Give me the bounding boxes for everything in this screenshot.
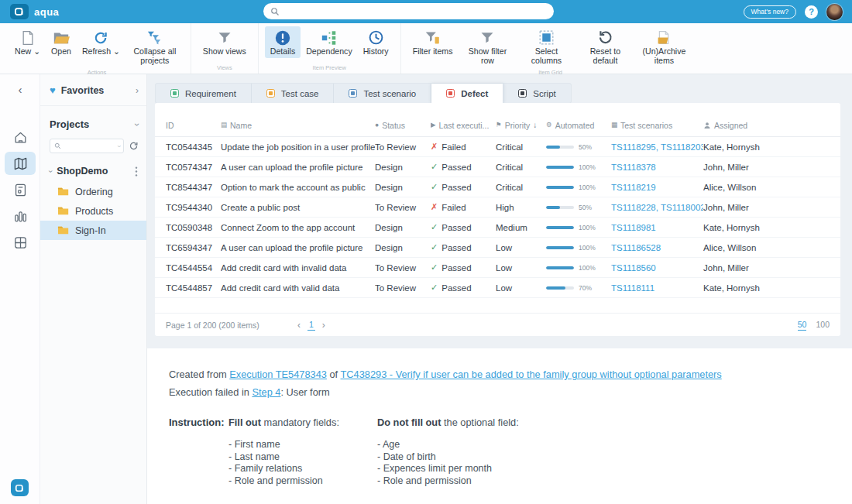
projects-label: Projects bbox=[50, 118, 136, 130]
column-header-id[interactable]: ID bbox=[166, 121, 221, 130]
execution-link[interactable]: Execution TE5478343 bbox=[229, 369, 327, 380]
test-scenarios-link[interactable]: TS11186528 bbox=[611, 243, 703, 252]
table-row[interactable]: TC4544554Add credit card with invalid da… bbox=[155, 258, 840, 278]
passed-icon: ✓ bbox=[431, 162, 438, 172]
sidebar-folder-products[interactable]: Products bbox=[40, 201, 146, 221]
table-row[interactable]: TC4544857Add credit card with valid data… bbox=[155, 278, 840, 298]
toolbar-button-filter-items[interactable]: Filter items bbox=[407, 26, 459, 58]
test-scenarios-link[interactable]: TS1118228, TS1118002 bbox=[611, 203, 703, 212]
flag-icon: ⚑ bbox=[496, 122, 502, 129]
avatar[interactable] bbox=[826, 4, 843, 20]
toolbar-button-details[interactable]: Details bbox=[265, 26, 301, 58]
rail-item-report[interactable] bbox=[5, 178, 36, 201]
column-header-automated[interactable]: ⚙Automated bbox=[546, 121, 611, 130]
created-from-text: Created from bbox=[169, 369, 229, 380]
mandatory-fields-column: Fill out mandatory fields: - First name-… bbox=[228, 417, 377, 487]
toolbar-button-history[interactable]: History bbox=[358, 26, 394, 58]
grid-icon bbox=[13, 235, 28, 250]
toolbar-group-actions: New ⌄OpenRefresh ⌄Collapse all projectsA… bbox=[3, 23, 191, 74]
test-scenarios-link[interactable]: TS1118378 bbox=[611, 163, 703, 172]
page-size-50-button[interactable]: 50 bbox=[798, 320, 807, 331]
favorites-section[interactable]: ♥ Favorites › bbox=[40, 74, 146, 106]
toolbar-button-label: Select columns bbox=[522, 47, 570, 66]
refresh-projects-button[interactable] bbox=[129, 141, 139, 151]
map-icon bbox=[13, 156, 28, 171]
toolbar-group-views: Show viewsViews bbox=[191, 23, 259, 74]
sidebar-folder-ordering[interactable]: Ordering bbox=[40, 182, 146, 201]
test-scenarios-link[interactable]: TS1118295, TS1118203 bbox=[611, 142, 703, 152]
toolbar-button-reset-to-default[interactable]: Reset to default bbox=[575, 26, 634, 67]
toolbar-button-dependency[interactable]: Dependency bbox=[301, 26, 358, 58]
cell-automated: 50% bbox=[546, 143, 611, 151]
test-scenarios-link[interactable]: TS1118560 bbox=[611, 263, 703, 273]
prev-page-button[interactable]: ‹ bbox=[297, 320, 301, 331]
toolbar-button-refresh[interactable]: Refresh ⌄ bbox=[77, 26, 125, 58]
toolbar-button-select-columns[interactable]: Select columns bbox=[517, 26, 575, 67]
cell-id: TC4544857 bbox=[166, 283, 221, 293]
new-document-icon bbox=[20, 29, 36, 46]
test-case-icon bbox=[266, 89, 275, 98]
table-row[interactable]: TC9544340Create a public postTo Review✗F… bbox=[155, 197, 840, 218]
column-header-name[interactable]: ▤Name bbox=[221, 121, 375, 130]
cell-id: TC8544347 bbox=[166, 183, 221, 192]
testcase-link[interactable]: TC438293 - Verify if user can be added t… bbox=[341, 369, 722, 380]
current-page-button[interactable]: 1 bbox=[307, 320, 315, 331]
toolbar-button-new[interactable]: New ⌄ bbox=[9, 26, 46, 58]
mandatory-field-item: - Role and permission bbox=[228, 475, 377, 488]
progress-bar bbox=[546, 286, 574, 290]
table-row[interactable]: TC6594347A user can upload the profile p… bbox=[155, 238, 840, 258]
archive-icon bbox=[656, 29, 672, 46]
cell-status: To Review bbox=[375, 203, 431, 212]
toolbar-button-show-views[interactable]: Show views bbox=[198, 26, 252, 58]
table-row[interactable]: TC0544345Update the job position in a us… bbox=[155, 137, 840, 157]
whats-new-button[interactable]: What's new? bbox=[744, 5, 796, 19]
project-search-input[interactable] bbox=[64, 142, 115, 150]
toolbar-button-un-archive-items[interactable]: (Un)Archive items bbox=[634, 26, 693, 67]
kebab-menu-icon[interactable] bbox=[132, 166, 140, 177]
column-header-label: Priority bbox=[505, 121, 531, 130]
tab-script[interactable]: Script bbox=[503, 84, 570, 103]
collapse-sidebar-button[interactable]: ‹ bbox=[0, 84, 40, 95]
next-page-button[interactable]: › bbox=[322, 320, 325, 331]
rail-item-grid[interactable] bbox=[5, 231, 36, 254]
table-row[interactable]: TC0590348Connect Zoom to the app account… bbox=[155, 218, 840, 238]
tab-test-scenario[interactable]: Test scenario bbox=[334, 84, 431, 103]
table-row[interactable]: TC8544347Option to mark the account as p… bbox=[155, 177, 840, 197]
mandatory-fields-heading: Fill out mandatory fields: bbox=[228, 417, 377, 428]
toolbar-button-open[interactable]: Open bbox=[46, 26, 77, 58]
column-header-status[interactable]: ●Status bbox=[375, 121, 431, 130]
step-link[interactable]: Step 4 bbox=[252, 386, 280, 398]
rail-item-map[interactable] bbox=[5, 152, 36, 175]
projects-header[interactable]: Projects › bbox=[40, 106, 146, 135]
column-header-assigned[interactable]: Assigned bbox=[703, 121, 830, 130]
test-scenarios-link[interactable]: TS1118219 bbox=[611, 183, 703, 192]
column-header-priority[interactable]: ⚑Priority↓ bbox=[496, 121, 546, 130]
toolbar-button-show-filter-row[interactable]: Show filter row bbox=[458, 26, 517, 67]
test-scenarios-link[interactable]: TS1118111 bbox=[611, 283, 703, 293]
global-search-input[interactable] bbox=[283, 3, 554, 19]
chevron-right-icon: › bbox=[136, 85, 139, 96]
global-search bbox=[263, 3, 554, 19]
tab-defect[interactable]: Defect bbox=[431, 84, 503, 103]
project-root-shopdemo[interactable]: › ShopDemo bbox=[40, 159, 146, 182]
cell-name: A user can upload the profile picture bbox=[221, 243, 375, 252]
passed-icon: ✓ bbox=[431, 283, 438, 293]
rail-item-chart[interactable] bbox=[5, 204, 36, 228]
sidebar-folder-sign-in[interactable]: Sign-In bbox=[40, 221, 146, 240]
tab-requirement[interactable]: Requirement bbox=[156, 84, 252, 103]
tab-test-case[interactable]: Test case bbox=[252, 84, 335, 103]
cell-status: Design bbox=[375, 243, 431, 252]
optional-fields-heading: Do not fill out the optional field: bbox=[377, 417, 519, 428]
toolbar-button-collapse-all-projects[interactable]: Collapse all projects bbox=[125, 26, 184, 67]
column-header-label: Name bbox=[230, 121, 252, 130]
help-button[interactable]: ? bbox=[805, 5, 818, 19]
test-scenarios-link[interactable]: TS1118981 bbox=[611, 223, 703, 232]
chevron-down-icon: › bbox=[115, 145, 123, 147]
column-header-last-executi[interactable]: ▶Last executi... bbox=[431, 121, 496, 130]
rail-item-home[interactable] bbox=[5, 125, 36, 149]
page-size-100-button[interactable]: 100 bbox=[816, 320, 830, 331]
table-row[interactable]: TC0574347A user can upload the profile p… bbox=[155, 157, 840, 177]
progress-fill bbox=[546, 226, 574, 229]
column-header-test-scenarios[interactable]: ▦Test scenarios bbox=[611, 121, 703, 130]
cell-last-execution: ✓Passed bbox=[431, 162, 496, 172]
